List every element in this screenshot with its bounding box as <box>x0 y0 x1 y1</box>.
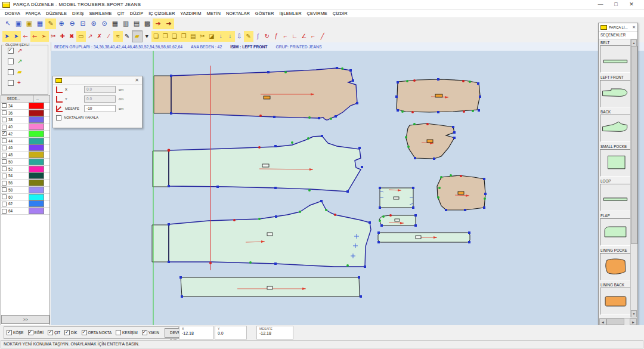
piece-list-item[interactable]: BELT <box>599 39 631 74</box>
size-checkbox[interactable] <box>2 194 7 199</box>
size-row[interactable]: 60 <box>1 194 49 201</box>
size-checkbox[interactable] <box>2 187 7 192</box>
size-row[interactable]: 44 <box>1 138 49 145</box>
piece-belt-loop[interactable] <box>377 231 470 243</box>
menu-item[interactable]: SERİLEME <box>89 11 112 16</box>
diagonal-line-tool-button[interactable]: ╱ <box>318 31 327 42</box>
snap-checkbox[interactable] <box>28 330 33 335</box>
menu-item[interactable]: NOKTALAR <box>226 11 250 16</box>
size-row[interactable]: 54 <box>1 173 49 180</box>
scroll-right-icon[interactable]: ▶ <box>630 319 637 325</box>
scroll-down-icon[interactable]: ▼ <box>631 310 637 317</box>
size-checkbox[interactable] <box>2 125 7 129</box>
piece-list-item[interactable]: LINING BACK <box>599 282 631 316</box>
scrollbar-thumb[interactable] <box>606 319 624 325</box>
seam-note-tool-button[interactable]: ✎ <box>244 31 253 42</box>
option-checkbox[interactable] <box>8 80 14 86</box>
measure-shape-option[interactable]: ▰ <box>2 67 48 78</box>
menu-item[interactable]: İŞLEMLER <box>280 11 302 16</box>
panel-title-bar[interactable]: PARÇA Lİ... ✕ <box>599 23 637 32</box>
vertical-scrollbar[interactable]: ▲ ▼ <box>630 39 637 317</box>
vertical-lines-view-button[interactable]: ▥ <box>120 18 131 29</box>
menu-item[interactable]: YAZDIRIM <box>180 11 201 16</box>
piece-list-item[interactable]: FLAP <box>599 212 631 247</box>
save-button[interactable]: ▣ <box>13 18 24 29</box>
snap-checkbox[interactable] <box>64 330 70 335</box>
menu-item[interactable]: ÇİZDİR <box>333 11 348 16</box>
seam-corner-tool-button[interactable]: ❒ <box>179 31 189 42</box>
dialog-title-bar[interactable]: ✕ <box>53 76 142 85</box>
piece-pocket-lining[interactable] <box>437 174 487 211</box>
curve-edit-tool-button[interactable]: ≈ <box>113 31 123 42</box>
zoom-in-button[interactable]: ⊕ <box>56 18 67 29</box>
field-input[interactable]: 0.0 <box>84 86 116 93</box>
size-checkbox[interactable] <box>2 118 7 122</box>
exit-piece-button[interactable]: ➔ <box>153 18 163 29</box>
snap-points-option[interactable]: NOKTALARI YAKALA <box>53 113 142 122</box>
size-checkbox[interactable] <box>2 110 7 115</box>
size-checkbox[interactable] <box>2 146 7 150</box>
seam-value-tool-button[interactable]: ▤ <box>188 31 198 42</box>
piece-thumbnail[interactable] <box>600 45 631 73</box>
size-checkbox[interactable] <box>2 202 7 206</box>
scroll-left-icon[interactable]: ◀ <box>599 319 606 325</box>
smooth-curve-tool-button[interactable]: ƒ <box>272 31 281 42</box>
option-checkbox[interactable] <box>8 48 14 54</box>
snap-option[interactable]: KÖŞE <box>7 330 24 335</box>
move-point-dialog[interactable]: ✕ X 0.0 cm Y 0.0 cm MESAFE -10 cm <box>52 76 143 128</box>
piece-list-item[interactable]: LINING POCKE <box>599 247 631 282</box>
piece-thumbnail[interactable] <box>600 115 631 142</box>
piece-left-front-fabric[interactable] <box>154 67 358 120</box>
piece-thumbnail[interactable] <box>600 253 631 280</box>
size-row[interactable]: 42 <box>1 131 49 138</box>
size-row[interactable]: 46 <box>1 145 49 152</box>
menu-item[interactable]: ÇİT <box>117 11 125 16</box>
piece-thumbnail[interactable] <box>600 149 631 177</box>
menu-item[interactable]: ÇEVİRME <box>307 11 327 16</box>
rotate-tool-button[interactable]: ↻ <box>262 31 272 42</box>
exit-button[interactable]: ➔ <box>163 18 174 29</box>
piece-thumbnail[interactable] <box>600 184 631 211</box>
mirror-corner-tool-button[interactable]: ⌐ <box>309 31 318 42</box>
measure-shape-option[interactable]: + <box>2 78 48 88</box>
menu-item[interactable]: GÖSTER <box>255 11 274 16</box>
snap-option[interactable]: ÇIT <box>48 330 60 335</box>
horizontal-scrollbar[interactable]: ◀ ▶ <box>599 318 637 325</box>
menu-item[interactable]: DOSYA <box>5 11 20 16</box>
close-button[interactable]: ✕ <box>624 1 639 8</box>
size-row[interactable]: 58 <box>1 187 49 194</box>
draw-line-tool-button[interactable]: ✎ <box>123 31 132 42</box>
size-checkbox[interactable] <box>2 131 7 136</box>
panel-close-button[interactable]: ✕ <box>632 25 636 30</box>
menu-item[interactable]: İÇ ÇİZGİLER <box>148 11 175 16</box>
add-point-tool-button[interactable]: ✚ <box>58 31 67 42</box>
menu-item[interactable]: DÜZİP <box>130 11 144 16</box>
seam-move-tool-button[interactable]: ❑ <box>170 31 179 42</box>
minimize-button[interactable]: — <box>593 1 608 8</box>
field-input[interactable]: -10 <box>84 105 116 112</box>
size-checkbox[interactable] <box>2 166 7 171</box>
point-properties-tool-button[interactable]: ▭ <box>76 31 86 42</box>
select-tool-button[interactable]: ↖ <box>2 18 13 29</box>
menu-item[interactable]: DÜZENLE <box>46 11 67 16</box>
seam-out-tool-button[interactable]: ⇩ <box>235 31 244 42</box>
piece-list-item[interactable]: LOOP <box>599 178 631 212</box>
piece-thumbnail[interactable] <box>600 288 631 315</box>
scrollbar-thumb[interactable] <box>631 46 637 244</box>
menu-item[interactable]: PARÇA <box>26 11 41 16</box>
piece-thumbnail[interactable] <box>600 218 631 246</box>
move-point-y-tool-button[interactable]: ⇐ <box>30 31 40 42</box>
size-row[interactable]: 36 <box>1 110 49 117</box>
snap-checkbox[interactable] <box>142 330 147 335</box>
move-piece-tool-button[interactable]: ➢ <box>39 31 49 42</box>
piece-list-item[interactable]: LEFT FRONT <box>599 74 631 109</box>
size-row[interactable]: 38 <box>1 117 49 124</box>
seam-fold-tool-button[interactable]: ◪ <box>207 31 216 42</box>
zoom-all-button[interactable]: ⊛ <box>88 18 99 29</box>
measure-shape-option[interactable]: ↗ <box>2 56 48 67</box>
expand-button[interactable]: >> <box>1 315 49 324</box>
snap-checkbox[interactable] <box>116 330 121 335</box>
delete-point-tool-button[interactable]: ✖ <box>67 31 77 42</box>
curve-s-tool-button[interactable]: ∫ <box>253 31 263 42</box>
add-notch-tool-button[interactable]: ↗ <box>86 31 95 42</box>
